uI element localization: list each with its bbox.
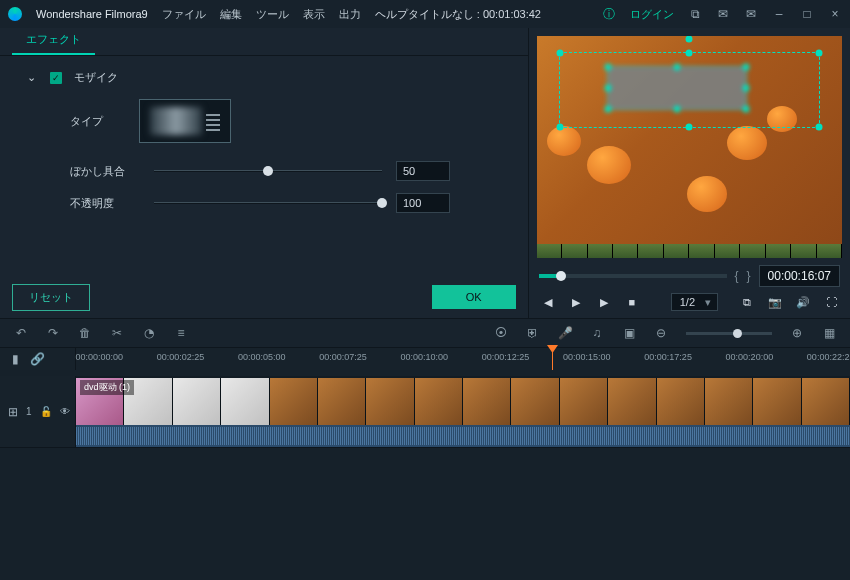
- mark-in-icon[interactable]: {: [735, 269, 739, 283]
- ruler-label: 00:00:17:25: [644, 352, 692, 362]
- mosaic-blur-icon: [150, 107, 202, 135]
- eye-icon[interactable]: 👁: [60, 406, 70, 417]
- close-icon[interactable]: ×: [828, 7, 842, 21]
- ruler-label: 00:00:00:00: [75, 352, 123, 362]
- preview-timecode: 00:00:16:07: [759, 265, 840, 287]
- type-label: タイプ: [70, 114, 103, 129]
- app-title: Wondershare Filmora9: [36, 8, 148, 20]
- account-icon[interactable]: ✉: [744, 7, 758, 21]
- marker-icon[interactable]: ⛨: [526, 326, 540, 340]
- mosaic-type-preview[interactable]: [139, 99, 231, 143]
- timeline-view-icon[interactable]: ▦: [822, 326, 836, 340]
- menu-edit[interactable]: 編集: [220, 7, 242, 22]
- selection-rect-inner[interactable]: [607, 66, 747, 110]
- blur-value-input[interactable]: [396, 161, 450, 181]
- split-icon[interactable]: ✂: [110, 326, 124, 340]
- chevron-down-icon[interactable]: ⌄: [24, 71, 38, 84]
- next-button[interactable]: ▶: [595, 293, 613, 311]
- fullscreen-icon[interactable]: ⛶: [822, 293, 840, 311]
- audio-waveform[interactable]: [76, 425, 850, 447]
- mark-out-icon[interactable]: }: [747, 269, 751, 283]
- track-1: ⊞ 1 🔓 👁 dvd驱动 (1): [0, 376, 850, 448]
- record-icon[interactable]: 🎤: [558, 326, 572, 340]
- main-menu: ファイル 編集 ツール 表示 出力 ヘルプタイトルなし : 00:01:03:4…: [162, 7, 541, 22]
- undo-icon[interactable]: ↶: [14, 326, 28, 340]
- effect-panel: エフェクト ⌄ ✓ モザイク タイプ ぼかし具合: [0, 28, 529, 318]
- video-clip[interactable]: dvd驱动 (1): [76, 378, 850, 426]
- timeline-ruler[interactable]: 00:00:00:00 00:00:02:25 00:00:05:00 00:0…: [76, 348, 850, 370]
- link-icon[interactable]: 🔗: [30, 352, 44, 366]
- menu-output[interactable]: 出力: [339, 7, 361, 22]
- track-1-label: 1: [26, 406, 32, 417]
- render-icon[interactable]: ⦿: [494, 326, 508, 340]
- export-icon[interactable]: ⧉: [688, 7, 702, 21]
- speed-icon[interactable]: ◔: [142, 326, 156, 340]
- display-icon[interactable]: ⧉: [738, 293, 756, 311]
- timeline: ⊞ 2 🔓 👁 モザイク モザイク ✕ ⊞ 1 🔓 👁: [0, 370, 850, 580]
- prev-button[interactable]: ◀: [539, 293, 557, 311]
- preview-viewport[interactable]: [537, 36, 842, 258]
- effect-checkbox[interactable]: ✓: [50, 72, 62, 84]
- zoom-slider[interactable]: [686, 332, 772, 335]
- zoom-in-icon[interactable]: ⊕: [790, 326, 804, 340]
- clip-label: dvd驱动 (1): [80, 380, 134, 395]
- ruler-label: 00:00:22:25: [807, 352, 850, 362]
- ruler-label: 00:00:12:25: [482, 352, 530, 362]
- crop-icon[interactable]: ▣: [622, 326, 636, 340]
- app-logo-icon: [8, 7, 22, 21]
- preview-filmstrip: [537, 244, 842, 258]
- redo-icon[interactable]: ↷: [46, 326, 60, 340]
- login-link[interactable]: ログイン: [630, 7, 674, 22]
- ruler-label: 00:00:10:00: [401, 352, 449, 362]
- ok-button[interactable]: OK: [432, 285, 516, 309]
- ruler-label: 00:00:15:00: [563, 352, 611, 362]
- ruler-label: 00:00:02:25: [157, 352, 205, 362]
- ruler-label: 00:00:07:25: [319, 352, 367, 362]
- timeline-ruler-row: ▮ 🔗 00:00:00:00 00:00:02:25 00:00:05:00 …: [0, 348, 850, 370]
- menu-view[interactable]: 表示: [303, 7, 325, 22]
- play-button[interactable]: ▶: [567, 293, 585, 311]
- menu-file[interactable]: ファイル: [162, 7, 206, 22]
- opacity-slider[interactable]: [154, 196, 382, 210]
- preview-panel: { } 00:00:16:07 ◀ ▶ ▶ ■ 1/2 ⧉ 📷 🔊 ⛶: [529, 28, 850, 318]
- stop-button[interactable]: ■: [623, 293, 641, 311]
- speed-select[interactable]: 1/2: [671, 293, 718, 311]
- effect-tabs: エフェクト: [0, 28, 528, 56]
- adjust-icon[interactable]: ≡: [174, 326, 188, 340]
- track-icon: ⊞: [8, 405, 18, 419]
- marker-tool-icon[interactable]: ▮: [8, 352, 22, 366]
- menu-help-title: ヘルプタイトルなし : 00:01:03:42: [375, 7, 541, 22]
- opacity-label: 不透明度: [70, 196, 140, 211]
- info-icon[interactable]: ⓘ: [602, 7, 616, 21]
- snapshot-icon[interactable]: 📷: [766, 293, 784, 311]
- blur-label: ぼかし具合: [70, 164, 140, 179]
- ruler-label: 00:00:20:00: [726, 352, 774, 362]
- volume-icon[interactable]: 🔊: [794, 293, 812, 311]
- maximize-icon[interactable]: □: [800, 7, 814, 21]
- preview-progress[interactable]: [539, 274, 727, 278]
- message-icon[interactable]: ✉: [716, 7, 730, 21]
- lock-icon[interactable]: 🔓: [40, 406, 52, 417]
- opacity-value-input[interactable]: [396, 193, 450, 213]
- audio-icon[interactable]: ♫: [590, 326, 604, 340]
- delete-icon[interactable]: 🗑: [78, 326, 92, 340]
- zoom-out-icon[interactable]: ⊖: [654, 326, 668, 340]
- blur-slider[interactable]: [154, 164, 382, 178]
- title-bar: Wondershare Filmora9 ファイル 編集 ツール 表示 出力 ヘ…: [0, 0, 850, 28]
- effect-name: モザイク: [74, 70, 118, 85]
- mosaic-bars-icon: [206, 111, 220, 131]
- minimize-icon[interactable]: –: [772, 7, 786, 21]
- reset-button[interactable]: リセット: [12, 284, 90, 311]
- titlebar-right: ⓘ ログイン ⧉ ✉ ✉ – □ ×: [602, 7, 842, 22]
- timeline-toolbar: ↶ ↷ 🗑 ✂ ◔ ≡ ⦿ ⛨ 🎤 ♫ ▣ ⊖ ⊕ ▦: [0, 318, 850, 348]
- menu-tool[interactable]: ツール: [256, 7, 289, 22]
- tab-effect[interactable]: エフェクト: [12, 26, 95, 55]
- ruler-label: 00:00:05:00: [238, 352, 286, 362]
